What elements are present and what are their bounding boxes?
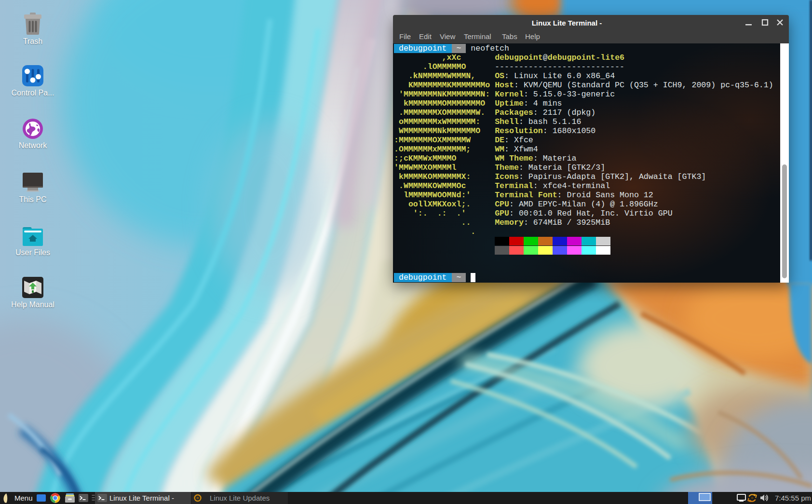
svg-text:Linux Lite Terminal -: Linux Lite Terminal - — [109, 494, 174, 502]
svg-text:7:45:55 pm: 7:45:55 pm — [775, 494, 811, 502]
svg-text:Menu: Menu — [14, 494, 33, 502]
svg-text:Linux Lite Updates: Linux Lite Updates — [210, 494, 270, 502]
